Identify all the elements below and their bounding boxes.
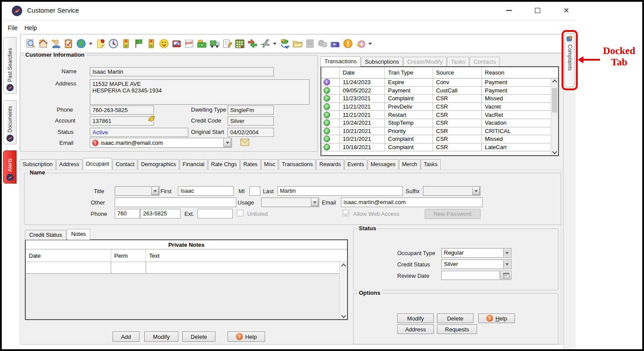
occupant-type-dropdown[interactable]: Regular: [441, 248, 511, 258]
table-row[interactable]: 10/21/2021PriorityCSRCRITICAL: [321, 127, 558, 136]
tab-address[interactable]: Address: [56, 159, 82, 170]
tab-rate-chgs[interactable]: Rate Chgs: [208, 159, 240, 170]
first-name-field[interactable]: Isaac: [178, 186, 234, 196]
sidebar-tab-alerts[interactable]: Alerts: [3, 150, 17, 184]
tab-transactions[interactable]: Transactions: [279, 159, 316, 170]
tab-demographics[interactable]: Demographics: [138, 159, 179, 170]
tab-rates[interactable]: Rates: [240, 159, 261, 170]
tab-notes[interactable]: Notes: [67, 229, 90, 240]
ext-field[interactable]: [198, 209, 233, 218]
tab-contact[interactable]: Contact: [112, 159, 137, 170]
add-button[interactable]: Add: [112, 331, 140, 342]
phone-area-field[interactable]: 760: [115, 209, 140, 218]
account-field[interactable]: 137861: [90, 116, 154, 126]
start-flag-icon[interactable]: [132, 37, 145, 50]
occupant-email-field[interactable]: isaac.martin@email.com: [341, 198, 483, 207]
last-name-field[interactable]: Martin: [277, 186, 403, 196]
scrollbar-thumb[interactable]: [552, 88, 557, 112]
maximize-button[interactable]: [528, 2, 548, 19]
delivery-truck-icon[interactable]: [208, 37, 221, 50]
tab-credit-status[interactable]: Credit Status: [25, 230, 66, 240]
transfer-icon[interactable]: [246, 37, 259, 50]
tab-subscriptions[interactable]: Subscriptions: [361, 57, 403, 67]
tab-financial[interactable]: Financial: [180, 159, 208, 170]
add-address-icon[interactable]: [37, 37, 49, 50]
stop-status-icon[interactable]: [145, 37, 157, 50]
dwelling-type-field[interactable]: SingleFm: [228, 106, 274, 115]
status-field[interactable]: Active: [90, 128, 188, 137]
sidebar-tab-past-searches[interactable]: Past Searches: [3, 37, 17, 94]
tab-misc[interactable]: Misc: [261, 159, 279, 170]
original-start-field[interactable]: 04/02/2004: [228, 128, 274, 137]
credit-status-dropdown[interactable]: Silver: [441, 259, 511, 269]
tab-occupant[interactable]: Occupant: [83, 158, 112, 170]
table-row[interactable]: 10/24/2021StopTempCSRVacation: [321, 119, 558, 127]
column-header-source[interactable]: Source: [433, 67, 482, 78]
address-button[interactable]: Address: [397, 324, 434, 334]
minimize-button[interactable]: [499, 2, 519, 19]
tab-events[interactable]: Events: [344, 159, 367, 170]
dropdown-arrow-icon[interactable]: [273, 43, 276, 45]
customer-search-icon[interactable]: [24, 37, 37, 50]
delete-button[interactable]: Delete: [437, 314, 474, 323]
phone-field[interactable]: 760-263-5825: [90, 106, 154, 115]
sidebar-tab-documents[interactable]: Documents: [3, 100, 17, 144]
column-header-reason[interactable]: Reason: [482, 67, 558, 78]
payments-icon[interactable]: [195, 37, 208, 50]
name-field[interactable]: Isaac Martin: [90, 67, 274, 76]
table-row[interactable]: 10/18/2021ComplaintCSRLateCarr: [321, 143, 558, 152]
table-row[interactable]: 11/21/2021RestartCSRVacRet: [321, 111, 558, 119]
column-header-date[interactable]: Date: [26, 249, 111, 262]
scrollbar[interactable]: [551, 78, 558, 155]
tab-tasks[interactable]: Tasks: [421, 159, 441, 170]
refund-icon[interactable]: [278, 37, 291, 50]
calendar-picker-button[interactable]: [501, 271, 511, 280]
memo-icon[interactable]: [221, 37, 233, 50]
web-icon[interactable]: [75, 37, 87, 50]
table-row[interactable]: 10/21/2021ComplaintCSRMissed: [321, 135, 558, 143]
tab-merch[interactable]: Merch: [399, 159, 420, 170]
add-occupant-icon[interactable]: [49, 37, 62, 50]
other-field[interactable]: [115, 198, 236, 207]
alerts-icon[interactable]: [341, 37, 354, 50]
scroll-down-icon[interactable]: [341, 313, 346, 318]
scroll-down-icon[interactable]: [552, 149, 557, 154]
complaint-icon[interactable]: [157, 37, 170, 50]
help-button[interactable]: ?Help: [478, 314, 515, 323]
payment-entry-icon[interactable]: [170, 37, 183, 50]
column-header-perm[interactable]: Perm: [111, 249, 146, 262]
mi-field[interactable]: [249, 186, 260, 196]
close-button[interactable]: ×: [556, 2, 576, 19]
open-account-icon[interactable]: [291, 37, 303, 50]
modify-button[interactable]: Modify: [397, 314, 434, 323]
void-transaction-icon[interactable]: Void: [183, 37, 195, 50]
suffix-dropdown[interactable]: [423, 186, 480, 196]
route-checklist-icon[interactable]: [62, 37, 75, 50]
delete-button[interactable]: Delete: [182, 331, 215, 342]
tab-subscription[interactable]: Subscription: [20, 159, 56, 170]
address-field[interactable]: 11532 MAPLE AVEHESPERIA CA 92345-1934: [90, 79, 310, 105]
dropdown-arrow-icon[interactable]: [368, 43, 372, 45]
history-clock-icon[interactable]: [107, 37, 119, 50]
column-header-text[interactable]: Text: [146, 249, 347, 262]
calendar-icon[interactable]: [233, 37, 246, 50]
send-email-icon[interactable]: [240, 138, 249, 147]
tab-messages[interactable]: Messages: [368, 159, 399, 170]
requests-button[interactable]: Requests: [437, 324, 477, 334]
add-services-icon[interactable]: [354, 37, 367, 50]
mail-icon[interactable]: [329, 37, 341, 50]
review-date-field[interactable]: [441, 271, 500, 280]
vacation-travel-icon[interactable]: [259, 37, 271, 50]
tab-rewards[interactable]: Rewards: [316, 159, 344, 170]
email-dropdown-button[interactable]: [223, 139, 231, 147]
credit-code-field[interactable]: Silver: [228, 116, 274, 126]
dropdown-arrow-icon[interactable]: [89, 43, 92, 45]
unlisted-checkbox[interactable]: [237, 210, 243, 216]
email-combo[interactable]: ! isaac.martin@email.com: [90, 138, 232, 148]
delivery-status-icon[interactable]: [119, 37, 132, 50]
notes-empty-row[interactable]: [26, 262, 347, 274]
table-row[interactable]: 11/21/2021PrevDelivCSRVacret: [321, 103, 558, 111]
sticky-note-icon[interactable]: [94, 37, 107, 50]
modify-button[interactable]: Modify: [144, 331, 178, 342]
menu-file[interactable]: File: [5, 22, 21, 34]
